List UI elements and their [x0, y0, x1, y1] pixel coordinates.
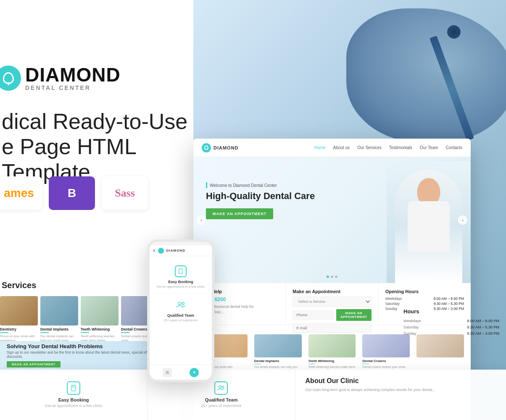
hero-welcome-bar — [206, 182, 207, 188]
browser-logo-icon — [202, 143, 211, 152]
browser-logo-text: DIAMOND — [213, 145, 239, 150]
browser-svc-implants: Dental Implants Our dental implants can … — [251, 332, 305, 375]
svg-point-2 — [178, 302, 181, 305]
phone-bottom-icon-1[interactable]: ⊞ — [163, 368, 172, 377]
phone-booking-icon — [175, 265, 187, 277]
phone-booking-title: Easy Booking — [168, 280, 193, 284]
left-service-dentistry: Dentistry Focus on your smile with exper… — [0, 296, 38, 346]
brand-sub: DENTAL CENTER — [25, 84, 121, 91]
doctor-figure — [395, 170, 462, 283]
hours-weekdays: Weekdays 8.00 AM – 8.00 PM — [385, 297, 464, 301]
bootstrap-logo: B — [49, 176, 95, 210]
phone-feature-booking: Easy Booking Get an appointment in a few… — [153, 260, 208, 294]
nav-services[interactable]: Our Services — [357, 145, 382, 150]
bottom-easy-booking: Easy Booking Get an appointment in a few… — [0, 370, 148, 420]
service-name-dentistry: Dentistry — [0, 327, 38, 331]
phone-hamburger-icon[interactable]: ≡ — [153, 248, 155, 253]
about-desc: Our main long-term goal is always achiev… — [306, 387, 496, 393]
solving-cta-button[interactable]: MAKE AN APPOINTMENT — [7, 361, 61, 368]
service-dash-implants — [40, 332, 49, 333]
appt-row-2: MAKE AN APPOINTMENT — [293, 309, 371, 321]
appt-row-1: Select a Service — [293, 297, 371, 307]
phone-bottom-bar: ⊞ ✦ — [150, 365, 212, 380]
svg-rect-4 — [71, 385, 76, 391]
phone-bottom-icon-2[interactable]: ✦ — [190, 368, 199, 377]
oh-weekdays-day: Weekdays — [403, 319, 421, 323]
oh-saturday-row: Saturday 9.30 AM – 5.30 PM — [403, 325, 499, 329]
hero-doctor — [387, 161, 471, 283]
hero-arrow-left[interactable]: ‹ — [197, 215, 206, 225]
team-icon — [214, 381, 228, 395]
oh-title: Hours — [403, 308, 499, 315]
service-name-whitening: Teeth Whitening — [81, 327, 119, 331]
service-img-implants — [40, 296, 78, 326]
service-name-implants: Dental Implants — [40, 327, 78, 331]
appointment-section: Make an Appointment Select a Service MAK… — [286, 283, 378, 325]
dental-blur — [346, 8, 506, 143]
phone-content: Easy Booking Get an appointment in a few… — [150, 256, 212, 331]
service-dash-whitening — [81, 332, 89, 333]
browser-logo: DIAMOND — [202, 143, 239, 152]
phone-team-icon — [175, 299, 187, 311]
nav-contacts[interactable]: Contacts — [446, 145, 462, 150]
phone-status-bar — [150, 242, 212, 245]
phone-logo-circle — [158, 248, 164, 254]
left-service-whitening: Teeth Whitening Teeth whitening teaches … — [81, 296, 119, 346]
logo-text-block: DIAMOND DENTAL CENTER — [25, 65, 121, 91]
svc-desc-crowns: Dental crowns restore your smile. — [362, 365, 410, 369]
svc-dash-implants — [254, 364, 302, 364]
service-dash-dentistry — [0, 332, 8, 333]
nav-about[interactable]: About us — [333, 145, 349, 150]
hero-arrow-right[interactable]: › — [458, 215, 467, 225]
nav-home[interactable]: Home — [314, 145, 326, 150]
nav-testimonials[interactable]: Testimonials — [389, 145, 412, 150]
hours-title: Opening Hours — [385, 289, 464, 294]
hero-content: Welcome to Diamond Dental Center High-Qu… — [206, 182, 315, 219]
svc-dash-whitening — [308, 364, 356, 364]
oh-sunday-day: Sunday — [403, 331, 416, 336]
svg-rect-0 — [179, 269, 182, 274]
bottom-strip: Easy Booking Get an appointment in a few… — [0, 370, 506, 420]
bottom-about: About Our Clinic Our main long-term goal… — [295, 370, 506, 420]
oh-sunday-time: 9.30 AM – 3.00 PM — [467, 331, 499, 336]
browser-logo-tooth — [204, 145, 208, 150]
hero-title: High-Quality Dental Care — [206, 191, 315, 202]
hero-welcome: Welcome to Diamond Dental Center — [206, 182, 315, 188]
dental-head — [447, 25, 461, 39]
nav-team[interactable]: Our Team — [420, 145, 438, 150]
bottom-booking-title: Easy Booking — [58, 397, 89, 402]
hero-welcome-text: Welcome to Diamond Dental Center — [210, 183, 277, 188]
phone-logo-text: DIAMOND — [166, 249, 185, 252]
logo-tooth-icon — [3, 72, 14, 84]
svg-point-8 — [219, 386, 221, 388]
hero-cta-button[interactable]: MAKE AN APPOINTMENT — [206, 208, 273, 219]
about-title: About Our Clinic — [306, 377, 496, 385]
hours-time-weekdays: 8.00 AM – 8.00 PM — [434, 297, 464, 301]
svc-name-whitening: Teeth Whitening — [308, 359, 356, 363]
tech-logos: ames B Sass — [0, 176, 148, 210]
service-img-dentistry — [0, 296, 38, 326]
logo-area: DIAMOND DENTAL CENTER — [0, 65, 121, 91]
left-services-row: Dentistry Focus on your smile with exper… — [0, 296, 164, 346]
phone-mockup: ≡ DIAMOND Easy Booking Get an appointmen… — [147, 239, 214, 382]
bottom-booking-desc: Get an appointment in a few clicks — [45, 404, 103, 409]
brand-name: DIAMOND — [25, 65, 121, 84]
svg-point-9 — [222, 386, 224, 388]
hero-dot-2[interactable] — [331, 276, 333, 278]
services-label: Services — [0, 281, 36, 290]
hero-dot-3[interactable] — [335, 276, 337, 278]
phone-feature-team: Qualified Team 25+ years of experience — [153, 294, 208, 327]
phone-input[interactable] — [293, 310, 334, 320]
logo-icon — [0, 66, 21, 91]
service-select[interactable]: Select a Service — [293, 297, 371, 307]
hero-dots — [327, 276, 337, 278]
email-input[interactable] — [293, 323, 371, 333]
opening-hours-overlay: Hours Weekdays 8.00 AM – 8.00 PM Saturda… — [397, 302, 506, 344]
doctor-body — [408, 201, 450, 252]
bottom-team-desc: 25+ years of experience — [201, 404, 241, 409]
hero-dot-1[interactable] — [327, 276, 329, 278]
make-appt-button[interactable]: MAKE AN APPOINTMENT — [336, 309, 372, 321]
bottom-team-title: Qualified Team — [205, 397, 237, 402]
hours-day-sunday: Sunday — [385, 307, 398, 311]
svc-img-whitening — [308, 334, 356, 357]
